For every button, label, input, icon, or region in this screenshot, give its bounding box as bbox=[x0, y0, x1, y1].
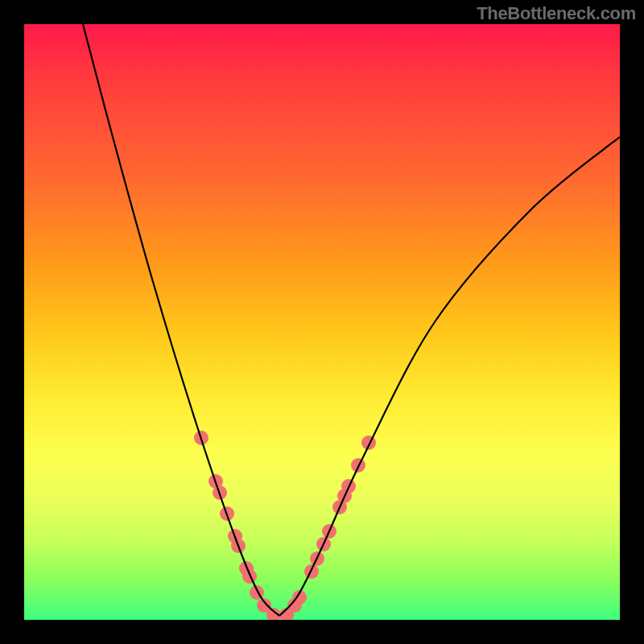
curve-layer bbox=[24, 24, 620, 620]
curve-left bbox=[83, 24, 279, 616]
marker-dots bbox=[194, 431, 376, 620]
chart-frame: TheBottleneck.com bbox=[0, 0, 644, 644]
watermark-text: TheBottleneck.com bbox=[477, 3, 636, 24]
plot-area bbox=[24, 24, 620, 620]
marker-dot bbox=[361, 436, 376, 450]
marker-dot bbox=[242, 569, 257, 584]
